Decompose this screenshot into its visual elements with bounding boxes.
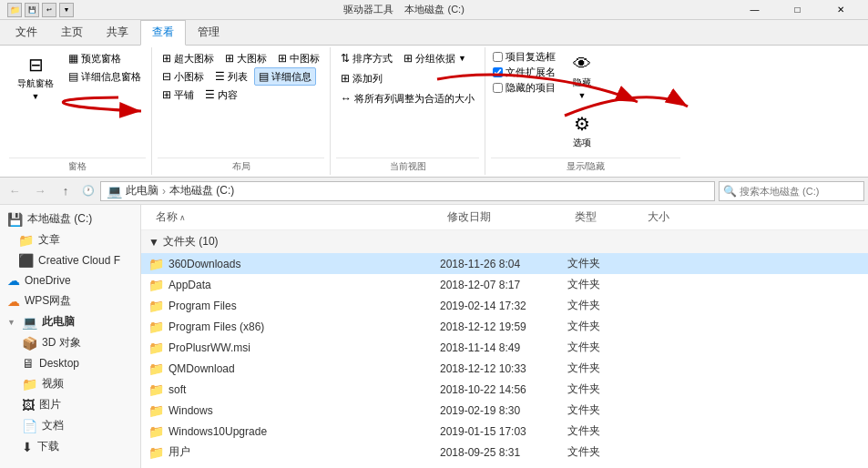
tab-home[interactable]: 主页: [49, 20, 95, 45]
file-ext-checkbox[interactable]: [493, 67, 503, 77]
file-name-cell: 📁 AppData: [141, 275, 433, 295]
file-name: QMDownload: [168, 362, 235, 375]
col-header-date[interactable]: 修改日期: [440, 207, 567, 228]
this-pc-icon: 💻: [22, 315, 37, 330]
hide-button[interactable]: 👁 隐藏 ▼: [565, 49, 599, 105]
forward-button[interactable]: →: [29, 181, 51, 201]
show-hide-checkboxes: 项目复选框 文件扩展名 隐藏的项目: [491, 49, 557, 96]
details-pane-label: 详细信息窗格: [81, 70, 141, 84]
quick-access-dropdown[interactable]: ▼: [59, 3, 74, 17]
nav-bar: ← → ↑ 🕐 💻 此电脑 › 本地磁盘 (C:) 🔍: [0, 178, 868, 205]
small-btn[interactable]: ⊟ 小图标: [158, 67, 209, 86]
sidebar-item-local-disk[interactable]: 💾 本地磁盘 (C:): [0, 209, 140, 229]
table-row[interactable]: 📁 用户 2018-09-25 8:31 文件夹: [141, 442, 868, 463]
search-input[interactable]: [740, 186, 860, 197]
search-box: 🔍: [719, 181, 864, 201]
table-row[interactable]: 📁 Windows 2019-02-19 8:30 文件夹: [141, 400, 868, 421]
content-label: 内容: [218, 88, 238, 102]
ribbon-group-current-view: ⇅ 排序方式 ⊞ 分组依据 ▼ ⊞ 添加列 ↔ 将所有列调整为合适的大小 当前视…: [331, 47, 485, 175]
layout-row3: ⊞ 平铺 ☰ 内容: [158, 86, 324, 104]
group-by-btn[interactable]: ⊞ 分组依据 ▼: [399, 49, 471, 67]
file-name: soft: [168, 383, 186, 396]
recent-icon: 🕐: [80, 185, 97, 197]
sidebar-item-label-3d: 3D 对象: [42, 335, 81, 351]
sidebar-item-pictures[interactable]: 🖼 图片: [0, 394, 140, 415]
quick-access-icon2[interactable]: ↩: [42, 3, 56, 17]
file-header: 名称 ∧ 修改日期 类型 大小: [141, 205, 868, 230]
table-row[interactable]: 📁 soft 2018-10-22 14:56 文件夹: [141, 379, 868, 400]
table-row[interactable]: 📁 ProPlusrWW.msi 2018-11-14 8:49 文件夹: [141, 337, 868, 358]
extra-large-btn[interactable]: ⊞ 超大图标: [158, 49, 219, 67]
sidebar-item-this-pc[interactable]: ▼ 💻 此电脑: [0, 311, 140, 332]
sidebar-item-onedrive[interactable]: ☁ OneDrive: [0, 270, 140, 290]
sidebar-item-label-pictures: 图片: [39, 397, 61, 412]
up-button[interactable]: ↑: [55, 181, 77, 201]
folder-icon: 📁: [148, 278, 164, 292]
table-row[interactable]: 📁 Program Files (x86) 2018-12-12 19:59 文…: [141, 316, 868, 337]
content-btn[interactable]: ☰ 内容: [200, 86, 242, 104]
file-group-header: ▼ 文件夹 (10): [141, 230, 868, 253]
minimize-button[interactable]: —: [734, 0, 775, 20]
file-size-cell: [633, 387, 706, 392]
ribbon-group-show-hide: 项目复选框 文件扩展名 隐藏的项目 👁 隐藏 ▼ ⚙: [485, 47, 686, 175]
large-btn[interactable]: ⊞ 大图标: [220, 49, 271, 67]
address-part-disk[interactable]: 本地磁盘 (C:): [169, 183, 234, 198]
col-size-label: 大小: [648, 209, 669, 225]
quick-access-icon1[interactable]: 💾: [25, 3, 39, 17]
file-date-cell: 2019-01-15 17:03: [433, 422, 560, 441]
tiles-btn[interactable]: ⊞ 平铺: [158, 86, 199, 104]
tab-share[interactable]: 共享: [95, 20, 140, 45]
sidebar-item-articles[interactable]: 📁 文章: [0, 229, 140, 250]
item-checkbox[interactable]: [493, 52, 503, 62]
sidebar-item-label-desktop: Desktop: [39, 357, 79, 370]
details-view-btn[interactable]: ▤ 详细信息: [254, 67, 316, 86]
sidebar-item-3d[interactable]: 📦 3D 对象: [0, 332, 140, 353]
hidden-items-checkbox[interactable]: [493, 83, 503, 93]
details-pane-button[interactable]: ▤ 详细信息窗格: [64, 67, 146, 86]
group-collapse-icon[interactable]: ▼: [148, 236, 159, 249]
table-row[interactable]: 📁 Windows10Upgrade 2019-01-15 17:03 文件夹: [141, 421, 868, 442]
back-button[interactable]: ←: [4, 181, 26, 201]
creative-cloud-icon: ⬛: [18, 253, 34, 268]
nav-pane-icon: ⊟: [28, 54, 44, 76]
table-row[interactable]: 📁 360Downloads 2018-11-26 8:04 文件夹: [141, 253, 868, 274]
close-button[interactable]: ✕: [820, 0, 861, 20]
sort-by-btn[interactable]: ⇅ 排序方式: [336, 49, 397, 67]
3d-icon: 📦: [22, 336, 37, 351]
title-bar-icons: 📁 💾 ↩ ▼: [7, 3, 74, 17]
col-header-type[interactable]: 类型: [567, 207, 640, 228]
table-row[interactable]: 📁 QMDownload 2018-12-12 10:33 文件夹: [141, 358, 868, 379]
sidebar-item-creative-cloud[interactable]: ⬛ Creative Cloud F: [0, 250, 140, 270]
sidebar-item-downloads[interactable]: ⬇ 下载: [0, 436, 140, 457]
address-bar[interactable]: 💻 此电脑 › 本地磁盘 (C:): [100, 181, 715, 201]
pane-buttons-col: ▦ 预览窗格 ▤ 详细信息窗格: [64, 49, 146, 86]
list-btn[interactable]: ☰ 列表: [210, 67, 252, 86]
hidden-items-row: 隐藏的项目: [491, 80, 557, 96]
file-ext-row: 文件扩展名: [491, 65, 557, 80]
sidebar-item-desktop[interactable]: 🖥 Desktop: [0, 353, 140, 373]
file-name-cell: 📁 Windows10Upgrade: [141, 422, 433, 442]
medium-label: 中图标: [290, 52, 320, 66]
table-row[interactable]: 📁 Program Files 2019-02-14 17:32 文件夹: [141, 295, 868, 316]
col-header-size[interactable]: 大小: [640, 207, 713, 228]
sidebar-item-docs[interactable]: 📄 文档: [0, 415, 140, 436]
tab-file[interactable]: 文件: [4, 20, 49, 45]
col-header-name[interactable]: 名称 ∧: [148, 207, 440, 228]
table-row[interactable]: 📁 AppData 2018-12-07 8:17 文件夹: [141, 274, 868, 295]
medium-btn[interactable]: ⊞ 中图标: [273, 49, 324, 67]
fit-all-btn[interactable]: ↔ 将所有列调整为合适的大小: [336, 89, 479, 107]
preview-pane-button[interactable]: ▦ 预览窗格: [64, 49, 146, 67]
address-part-pc[interactable]: 此电脑: [126, 183, 158, 198]
options-button[interactable]: ⚙ 选项: [565, 108, 599, 154]
tab-view[interactable]: 查看: [140, 20, 186, 46]
nav-pane-button[interactable]: ⊟ 导航窗格 ▼: [9, 49, 62, 106]
sidebar-item-wps[interactable]: ☁ WPS网盘: [0, 290, 140, 311]
file-type-cell: 文件夹: [560, 400, 633, 421]
tab-manage[interactable]: 管理: [186, 20, 231, 45]
folder-icon: 📁: [148, 424, 164, 439]
add-cols-btn[interactable]: ⊞ 添加列: [336, 69, 387, 87]
maximize-button[interactable]: □: [777, 0, 818, 20]
file-type-cell: 文件夹: [560, 337, 633, 358]
file-name-cell: 📁 soft: [141, 380, 433, 400]
sidebar-item-videos[interactable]: 📁 视频: [0, 373, 140, 394]
